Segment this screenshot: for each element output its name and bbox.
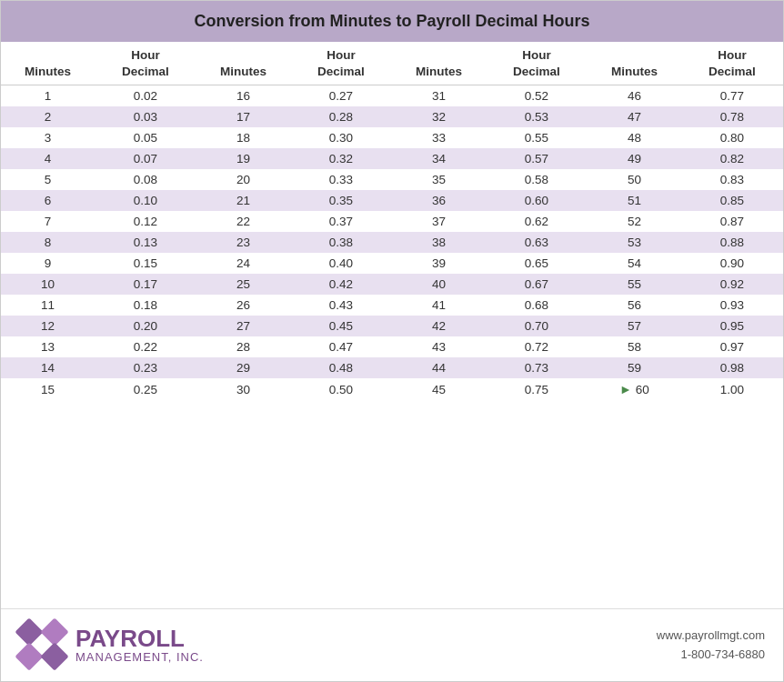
footer: PAYROLL MANAGEMENT, INC. www.payrollmgt.… [1,608,783,681]
diamond-2 [40,617,68,646]
table-cell: 1 [1,85,95,107]
contact-area: www.payrollmgt.com 1-800-734-6880 [657,627,765,665]
table-cell: 0.22 [95,336,196,357]
table-cell: 0.02 [95,85,196,107]
table-cell: 48 [588,127,681,148]
table-cell: 42 [392,316,486,336]
table-cell: 39 [392,253,486,274]
table-cell: 0.20 [95,316,196,336]
table-cell: 0.18 [95,295,196,316]
table-cell: 16 [196,85,290,107]
table-cell: 0.17 [95,274,196,295]
col-minutes-4: Minutes [588,42,681,85]
table-cell: 0.70 [486,316,588,336]
logo-management: MANAGEMENT, INC. [75,650,204,664]
table-cell: 2 [1,106,95,127]
table-cell: 37 [392,211,486,232]
table-cell: 24 [196,253,290,274]
table-cell: 34 [392,148,486,169]
table-cell: 0.55 [486,127,588,148]
table-body: 10.02160.27310.52460.7720.03170.28320.53… [1,85,783,401]
logo-icon [19,622,66,669]
table-cell: 13 [1,336,95,357]
conversion-table: Minutes HourDecimal Minutes HourDecimal … [1,42,783,400]
col-decimal-3: HourDecimal [486,42,588,85]
table-cell: 1.00 [681,378,783,400]
table-cell: 28 [196,336,290,357]
table-cell: 15 [1,378,95,400]
logo-area: PAYROLL MANAGEMENT, INC. [19,622,204,669]
table-cell: 0.15 [95,253,196,274]
table-cell: 0.92 [681,274,783,295]
table-cell: 0.45 [290,316,392,336]
table-cell: 36 [392,190,486,211]
table-cell: 0.88 [681,232,783,253]
table-cell: 52 [588,211,681,232]
table-cell: 31 [392,85,486,107]
table-cell: 14 [1,357,95,378]
table-cell: 0.85 [681,190,783,211]
table-cell: 59 [588,357,681,378]
table-cell: 0.93 [681,295,783,316]
table-row: 110.18260.43410.68560.93 [1,295,783,316]
table-cell: 0.35 [290,190,392,211]
table-cell: 0.23 [95,357,196,378]
table-row: 120.20270.45420.70570.95 [1,316,783,336]
diamond-3 [15,642,43,670]
table-row: 20.03170.28320.53470.78 [1,106,783,127]
table-cell: 40 [392,274,486,295]
table-cell: 0.37 [290,211,392,232]
table-cell: 0.10 [95,190,196,211]
logo-payroll: PAYROLL [75,627,204,650]
table-cell: 50 [588,169,681,190]
table-cell: 7 [1,211,95,232]
table-cell: 43 [392,336,486,357]
table-row: 90.15240.40390.65540.90 [1,253,783,274]
table-cell: ► 60 [588,378,681,400]
website: www.payrollmgt.com [657,627,765,646]
table-cell: 23 [196,232,290,253]
table-cell: 0.43 [290,295,392,316]
table-cell: 41 [392,295,486,316]
table-cell: 38 [392,232,486,253]
table-cell: 19 [196,148,290,169]
table-cell: 25 [196,274,290,295]
table-cell: 58 [588,336,681,357]
table-cell: 46 [588,85,681,107]
table-cell: 44 [392,357,486,378]
table-cell: 0.03 [95,106,196,127]
table-cell: 47 [588,106,681,127]
table-header-row: Minutes HourDecimal Minutes HourDecimal … [1,42,783,85]
table-row: 40.07190.32340.57490.82 [1,148,783,169]
table-cell: 0.63 [486,232,588,253]
table-cell: 3 [1,127,95,148]
table-cell: 5 [1,169,95,190]
table-cell: 45 [392,378,486,400]
table-cell: 4 [1,148,95,169]
col-decimal-1: HourDecimal [95,42,196,85]
table-row: 100.17250.42400.67550.92 [1,274,783,295]
table-cell: 0.40 [290,253,392,274]
table-cell: 0.75 [486,378,588,400]
table-cell: 55 [588,274,681,295]
table-row: 130.22280.47430.72580.97 [1,336,783,357]
table-cell: 6 [1,190,95,211]
table-cell: 0.30 [290,127,392,148]
table-cell: 0.77 [681,85,783,107]
table-row: 60.10210.35360.60510.85 [1,190,783,211]
table-cell: 0.68 [486,295,588,316]
table-cell: 0.42 [290,274,392,295]
table-cell: 0.87 [681,211,783,232]
logo-text: PAYROLL MANAGEMENT, INC. [75,627,204,664]
table-cell: 0.08 [95,169,196,190]
table-cell: 0.58 [486,169,588,190]
table-cell: 54 [588,253,681,274]
table-cell: 0.57 [486,148,588,169]
table-cell: 0.72 [486,336,588,357]
table-cell: 0.90 [681,253,783,274]
table-cell: 57 [588,316,681,336]
table-cell: 0.07 [95,148,196,169]
col-minutes-3: Minutes [392,42,486,85]
table-cell: 0.82 [681,148,783,169]
table-cell: 0.83 [681,169,783,190]
